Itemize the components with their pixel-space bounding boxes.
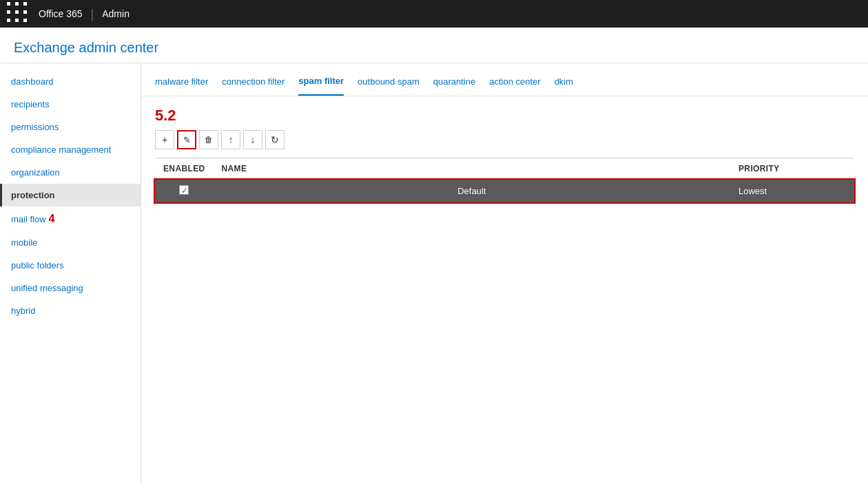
tab-quarantine[interactable]: quarantine [433, 76, 475, 95]
table-row[interactable]: ✓ Default Lowest [155, 180, 854, 203]
refresh-button[interactable]: ↻ [265, 130, 285, 149]
annotation-52: 5.2 [155, 107, 854, 125]
table-wrapper: ENABLED NAME PRIORITY ✓ Defa [155, 158, 854, 202]
app-grid-icon[interactable] [7, 2, 30, 25]
down-arrow-icon: ↓ [251, 134, 256, 145]
row-name-cell: Default [214, 180, 730, 203]
sidebar-item-mail-flow[interactable]: mail flow 4 [0, 206, 141, 231]
tab-connection-filter[interactable]: connection filter [222, 76, 285, 95]
office365-label: Office 365 [39, 8, 83, 19]
edit-button[interactable]: ✎ [177, 130, 196, 149]
up-arrow-icon: ↑ [229, 134, 234, 145]
sidebar-item-unified-messaging[interactable]: unified messaging [0, 277, 141, 299]
sidebar-item-organization[interactable]: organization [0, 161, 141, 184]
checkbox-checked-icon: ✓ [179, 185, 189, 195]
delete-button[interactable]: 🗑 [199, 130, 218, 149]
sidebar-item-protection[interactable]: protection [0, 184, 141, 206]
move-up-button[interactable]: ↑ [221, 130, 240, 149]
move-down-button[interactable]: ↓ [243, 130, 262, 149]
col-header-priority: PRIORITY [730, 158, 854, 180]
admin-label: Admin [102, 8, 130, 19]
tab-action-center[interactable]: action center [489, 76, 540, 95]
col-header-enabled: ENABLED [155, 158, 214, 180]
row-priority-cell: Lowest [730, 180, 854, 203]
sidebar-item-public-folders[interactable]: public folders [0, 254, 141, 277]
edit-icon: ✎ [183, 135, 191, 145]
content-area: 5.2 + ✎ 🗑 ↑ ↓ ↻ [141, 96, 868, 213]
refresh-icon: ↻ [271, 134, 279, 145]
main-content: malware filter connection filter spam fi… [141, 63, 868, 485]
page-header: Exchange admin center [0, 28, 868, 63]
sidebar-item-dashboard[interactable]: dashboard [0, 70, 141, 93]
delete-icon: 🗑 [205, 135, 213, 145]
protection-tabs: malware filter connection filter spam fi… [141, 63, 868, 96]
sidebar: dashboard recipients permissions complia… [0, 63, 141, 485]
page-title: Exchange admin center [14, 40, 854, 56]
annotation-4: 4 [49, 213, 55, 225]
tab-malware-filter[interactable]: malware filter [155, 76, 208, 95]
add-button[interactable]: + [155, 130, 174, 149]
topbar-separator: | [91, 7, 94, 21]
toolbar: + ✎ 🗑 ↑ ↓ ↻ [155, 130, 854, 149]
tab-spam-filter[interactable]: spam filter [298, 76, 344, 96]
spam-filter-table: ENABLED NAME PRIORITY ✓ Defa [155, 158, 854, 202]
col-header-name: NAME [214, 158, 730, 180]
main-layout: dashboard recipients permissions complia… [0, 63, 868, 485]
sidebar-item-recipients[interactable]: recipients [0, 93, 141, 116]
topbar: Office 365 | Admin [0, 0, 868, 28]
table-header-row: ENABLED NAME PRIORITY [155, 158, 854, 180]
tab-outbound-spam[interactable]: outbound spam [358, 76, 420, 95]
row-enabled-cell: ✓ [155, 180, 214, 203]
sidebar-item-permissions[interactable]: permissions [0, 116, 141, 138]
sidebar-item-hybrid[interactable]: hybrid [0, 299, 141, 322]
sidebar-item-compliance-management[interactable]: compliance management [0, 138, 141, 161]
tab-dkim[interactable]: dkim [555, 76, 573, 95]
sidebar-item-mobile[interactable]: mobile [0, 231, 141, 254]
